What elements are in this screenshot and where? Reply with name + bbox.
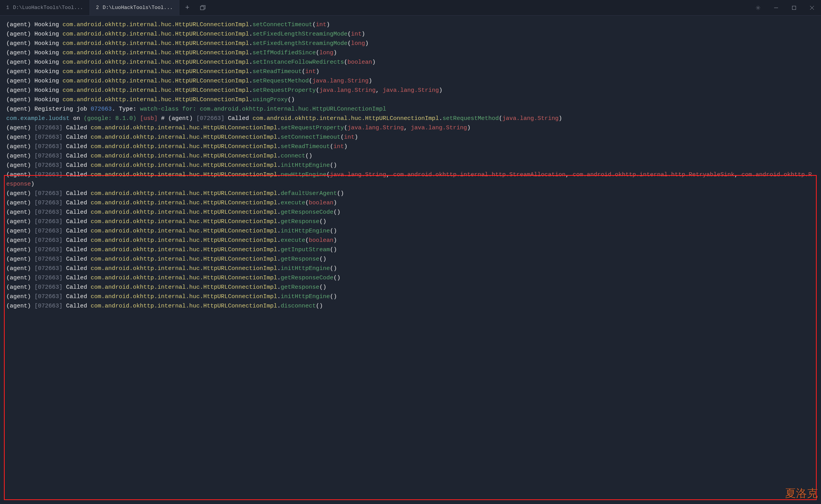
- close-button[interactable]: [803, 0, 821, 15]
- terminal-output[interactable]: (agent) Hooking com.android.okhttp.inter…: [0, 16, 821, 316]
- tab-label: D:\LuoHackTools\Tool...: [103, 5, 173, 11]
- tab-label: D:\LuoHackTools\Tool...: [13, 5, 83, 11]
- window-controls: [749, 0, 821, 15]
- settings-button[interactable]: [749, 0, 767, 15]
- tabs: 1D:\LuoHackTools\Tool...2D:\LuoHackTools…: [0, 0, 179, 15]
- tab-number: 1: [6, 5, 9, 11]
- tab-number: 2: [96, 5, 99, 11]
- minimize-button[interactable]: [767, 0, 785, 15]
- tab[interactable]: 1D:\LuoHackTools\Tool...: [0, 0, 90, 15]
- tab-overview-button[interactable]: [195, 5, 211, 11]
- titlebar: 1D:\LuoHackTools\Tool...2D:\LuoHackTools…: [0, 0, 821, 16]
- watermark: 夏洛克: [785, 486, 818, 501]
- svg-rect-0: [200, 6, 204, 10]
- svg-point-1: [757, 7, 759, 9]
- maximize-button[interactable]: [785, 0, 803, 15]
- tab[interactable]: 2D:\LuoHackTools\Tool...: [90, 0, 180, 15]
- svg-rect-3: [792, 6, 796, 9]
- new-tab-button[interactable]: +: [179, 4, 195, 12]
